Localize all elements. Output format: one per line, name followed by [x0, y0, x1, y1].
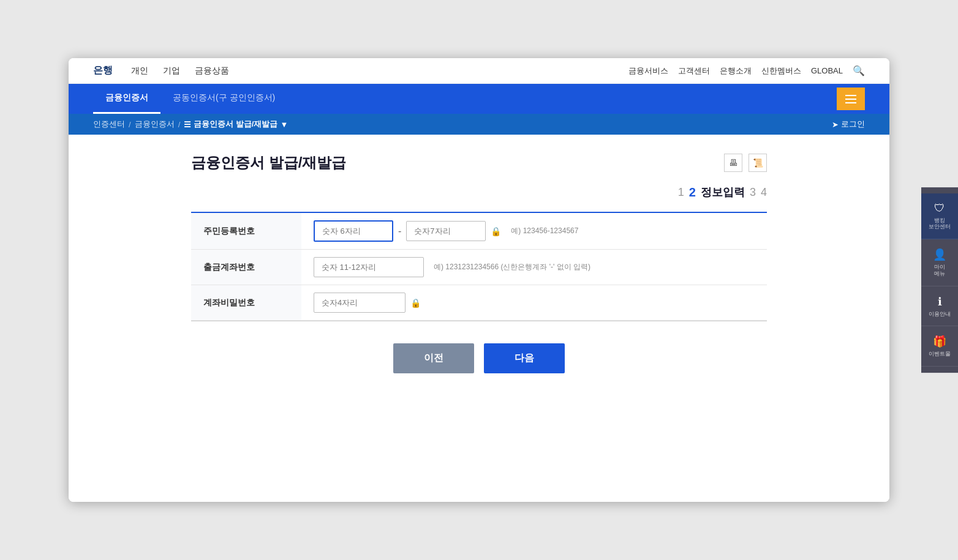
person-icon: 👤: [933, 248, 946, 261]
label-id-number: 주민등록번호: [191, 213, 301, 250]
shield-icon: 🛡: [934, 202, 945, 215]
step-3: 3: [750, 186, 756, 199]
print-button[interactable]: 🖶: [724, 154, 742, 172]
nav-personal[interactable]: 개인: [131, 65, 148, 77]
breadcrumb-icon: ☰: [184, 120, 191, 129]
nav-links: 개인 기업 금융상품: [131, 65, 229, 77]
hamburger-line-2: [845, 99, 856, 100]
account-password-input-row: 🔒: [314, 293, 755, 313]
tab-financial-cert[interactable]: 금융인증서: [93, 84, 160, 114]
sidebar-guide-label: 이용안내: [929, 311, 951, 318]
main-content: 금융인증서 발급/재발급 🖶 📜 1 2 정보입력 3 4 주민등록번호: [69, 135, 889, 502]
bank-logo: 은행: [93, 64, 113, 77]
gift-icon: 🎁: [933, 335, 946, 349]
login-button[interactable]: ➤ 로그인: [832, 119, 865, 130]
search-icon[interactable]: 🔍: [853, 65, 865, 77]
nav-membership[interactable]: 신한멤버스: [761, 65, 801, 77]
breadcrumb-sep-1: /: [129, 120, 131, 129]
step-1: 1: [678, 186, 684, 199]
sidebar-item-events[interactable]: 🎁 이벤트몰: [921, 327, 958, 367]
sidebar-item-security[interactable]: 🛡 뱅킹보안센터: [921, 193, 958, 240]
nav-customer-center[interactable]: 고객센터: [678, 65, 710, 77]
value-account-number: 예) 1231231234566 (신한은행계좌 '-' 없이 입력): [301, 250, 767, 285]
breadcrumb-dropdown-icon[interactable]: ▼: [280, 120, 288, 129]
login-text: 로그인: [841, 119, 865, 130]
hamburger-line-3: [845, 102, 856, 103]
step-indicator: 1 2 정보입력 3 4: [191, 185, 767, 200]
account-password-lock-icon: 🔒: [410, 298, 421, 308]
right-sidebar: 🛡 뱅킹보안센터 👤 마이메뉴 ℹ 이용안내 🎁 이벤트몰: [921, 187, 958, 373]
account-number-hint: 예) 1231231234566 (신한은행계좌 '-' 없이 입력): [434, 262, 590, 272]
nav-spacer: [287, 84, 837, 114]
value-id-number: - 🔒 예) 123456-1234567: [301, 213, 767, 250]
breadcrumb-bar: 인증센터 / 금융인증서 / ☰ 금융인증서 발급/재발급 ▼ ➤ 로그인: [69, 114, 889, 135]
account-password-input[interactable]: [314, 293, 405, 313]
nav-financial-services[interactable]: 금융서비스: [628, 65, 668, 77]
id-number-hint: 예) 123456-1234567: [511, 226, 578, 236]
id-number-input-2[interactable]: [406, 221, 486, 241]
id-number-lock-icon: 🔒: [491, 226, 501, 236]
id-number-input-row: - 🔒 예) 123456-1234567: [314, 220, 755, 242]
page-header: 금융인증서 발급/재발급 🖶 📜: [191, 153, 767, 173]
nav-bank-intro[interactable]: 은행소개: [720, 65, 752, 77]
label-account-password: 계좌비밀번호: [191, 285, 301, 321]
breadcrumb-item-2[interactable]: 금융인증서: [135, 119, 175, 130]
hamburger-line-1: [845, 95, 856, 96]
tab-public-cert[interactable]: 공동인증서(구 공인인증서): [160, 84, 287, 114]
breadcrumb-item-1[interactable]: 인증센터: [93, 119, 125, 130]
page-actions: 🖶 📜: [724, 154, 767, 172]
account-number-input-row: 예) 1231231234566 (신한은행계좌 '-' 없이 입력): [314, 257, 755, 277]
step-2-label: 정보입력: [701, 185, 745, 200]
nav-right: 금융서비스 고객센터 은행소개 신한멤버스 GLOBAL 🔍: [628, 65, 865, 77]
page-title: 금융인증서 발급/재발급: [191, 153, 346, 173]
form-row-id: 주민등록번호 - 🔒 예) 123456-1234567: [191, 213, 767, 250]
info-icon: ℹ: [938, 295, 942, 308]
account-number-input[interactable]: [314, 257, 424, 277]
top-nav: 은행 개인 기업 금융상품 금융서비스 고객센터 은행소개 신한멤버스 GLOB…: [69, 58, 889, 84]
browser-frame: 은행 개인 기업 금융상품 금융서비스 고객센터 은행소개 신한멤버스 GLOB…: [69, 58, 889, 502]
prev-button[interactable]: 이전: [393, 343, 474, 373]
sidebar-item-mypage[interactable]: 👤 마이메뉴: [921, 239, 958, 286]
breadcrumb-current-text: 금융인증서 발급/재발급: [194, 119, 277, 130]
breadcrumb-current: ☰ 금융인증서 발급/재발급 ▼: [184, 119, 288, 130]
sidebar-security-label: 뱅킹보안센터: [929, 217, 951, 231]
form-row-account: 출금계좌번호 예) 1231231234566 (신한은행계좌 '-' 없이 입…: [191, 250, 767, 285]
nav-corporate[interactable]: 기업: [163, 65, 180, 77]
id-number-input-1[interactable]: [314, 220, 393, 242]
sub-nav: 금융인증서 공동인증서(구 공인인증서): [69, 84, 889, 114]
step-2: 2: [689, 185, 696, 200]
next-button[interactable]: 다음: [484, 343, 565, 373]
nav-products[interactable]: 금융상품: [195, 65, 229, 77]
breadcrumb-sep-2: /: [178, 120, 181, 129]
bookmark-button[interactable]: 📜: [749, 154, 767, 172]
sidebar-item-guide[interactable]: ℹ 이용안내: [921, 286, 958, 327]
step-4: 4: [761, 186, 767, 199]
nav-global[interactable]: GLOBAL: [811, 66, 843, 75]
bottom-divider: [191, 321, 767, 321]
top-nav-left: 은행 개인 기업 금융상품: [93, 64, 229, 77]
value-account-password: 🔒: [301, 285, 767, 321]
sidebar-events-label: 이벤트몰: [929, 351, 951, 358]
login-icon: ➤: [832, 120, 839, 129]
form-row-password: 계좌비밀번호 🔒: [191, 285, 767, 321]
sub-nav-tabs: 금융인증서 공동인증서(구 공인인증서): [93, 84, 287, 114]
sidebar-mypage-label: 마이메뉴: [934, 264, 945, 277]
form-table: 주민등록번호 - 🔒 예) 123456-1234567 출금계좌번호: [191, 213, 767, 321]
breadcrumb: 인증센터 / 금융인증서 / ☰ 금융인증서 발급/재발급 ▼: [93, 119, 288, 130]
label-account-number: 출금계좌번호: [191, 250, 301, 285]
button-row: 이전 다음: [191, 343, 767, 373]
hamburger-menu-button[interactable]: [837, 88, 865, 110]
id-number-separator: -: [398, 226, 401, 237]
